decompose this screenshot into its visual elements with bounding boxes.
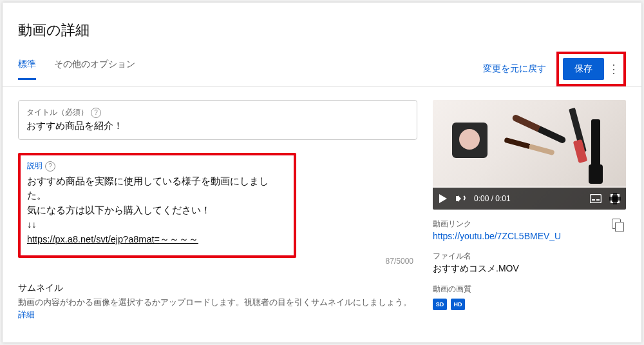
video-details-page: 動画の詳細 標準 その他のオプション 変更を元に戻す 保存 ⋮ タイトル（必須）… (3, 3, 641, 342)
save-button[interactable]: 保存 (563, 58, 604, 80)
svg-rect-1 (592, 199, 595, 201)
description-line: 気になる方は以下から購入してください！ (27, 203, 287, 217)
tab-other-options[interactable]: その他のオプション (54, 59, 135, 80)
subtitles-icon[interactable] (590, 194, 601, 203)
description-label-text: 説明 (27, 161, 43, 172)
header-actions: 変更を元に戻す 保存 ⋮ (483, 52, 626, 86)
description-line: ↓↓ (27, 217, 287, 232)
file-name: おすすめコスメ.MOV (433, 263, 626, 275)
video-preview[interactable]: 0:00 / 0:01 (433, 100, 626, 210)
thumbnail-more-link[interactable]: 詳細 (18, 310, 35, 319)
video-link[interactable]: https://youtu.be/7ZCL5BMEV_U (433, 231, 561, 241)
description-link[interactable]: https://px.a8.net/svt/ejp?a8mat=～～～～ (27, 234, 198, 244)
video-quality-label: 動画の画質 (433, 284, 626, 295)
tab-standard[interactable]: 標準 (18, 59, 36, 80)
video-player-controls: 0:00 / 0:01 (433, 188, 626, 210)
video-time: 0:00 / 0:01 (474, 194, 511, 203)
save-highlight-box: 保存 ⋮ (556, 52, 626, 86)
title-label: タイトル（必須） ? (26, 107, 409, 118)
description-textarea[interactable]: おすすめ商品を実際に使用している様子を動画にしました。 気になる方は以下から購入… (27, 174, 287, 251)
thumbnail-desc-text: 動画の内容がわかる画像を選択するかアップロードします。視聴者の目を引くサムネイル… (18, 298, 412, 307)
fullscreen-icon[interactable] (611, 194, 620, 203)
header: 動画の詳細 標準 その他のオプション 変更を元に戻す 保存 ⋮ (3, 3, 641, 86)
svg-rect-2 (596, 199, 600, 201)
revert-button[interactable]: 変更を元に戻す (483, 63, 546, 75)
description-counter: 87/5000 (386, 257, 413, 266)
title-label-text: タイトル（必須） (26, 107, 88, 118)
thumbnail-description: 動画の内容がわかる画像を選択するかアップロードします。視聴者の目を引くサムネイル… (18, 297, 417, 321)
video-quality-badges: SD HD (433, 299, 626, 310)
sd-badge: SD (433, 299, 447, 310)
title-field[interactable]: タイトル（必須） ? (18, 100, 417, 140)
hd-badge: HD (451, 299, 465, 310)
svg-rect-0 (591, 195, 601, 203)
thumbnail-title: サムネイル (18, 282, 417, 294)
tabs: 標準 その他のオプション (18, 59, 135, 80)
page-title: 動画の詳細 (18, 21, 626, 40)
thumbnail-section: サムネイル 動画の内容がわかる画像を選択するかアップロードします。視聴者の目を引… (18, 282, 417, 321)
description-line: おすすめ商品を実際に使用している様子を動画にしました。 (27, 174, 287, 203)
description-field[interactable]: 説明 ? おすすめ商品を実際に使用している様子を動画にしました。 気になる方は以… (18, 153, 296, 258)
play-icon[interactable] (439, 194, 447, 203)
help-icon[interactable]: ? (45, 161, 55, 172)
video-link-label: 動画リンク (433, 219, 561, 230)
more-menu-icon[interactable]: ⋮ (608, 62, 620, 76)
file-name-label: ファイル名 (433, 251, 626, 262)
help-icon[interactable]: ? (91, 108, 101, 118)
copy-icon[interactable] (612, 219, 626, 233)
volume-icon[interactable] (456, 194, 465, 203)
description-label: 説明 ? (27, 161, 287, 172)
title-input[interactable] (26, 121, 409, 132)
